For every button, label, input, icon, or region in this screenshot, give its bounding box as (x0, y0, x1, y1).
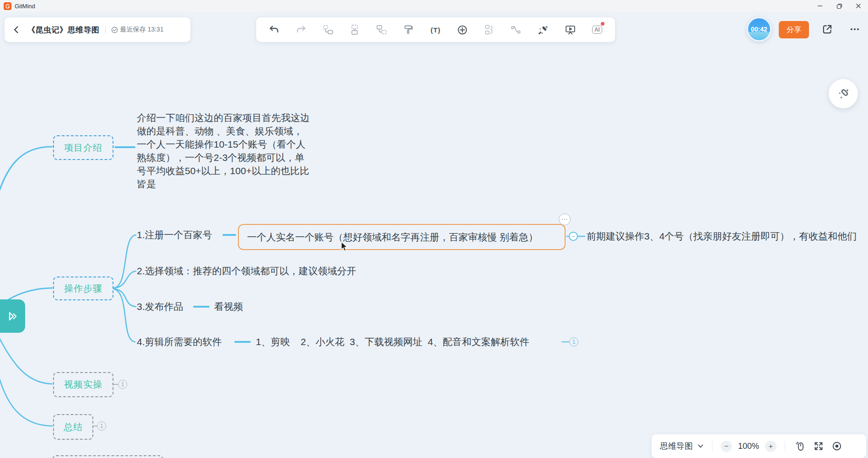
comment-dots-icon: ⋯ (561, 215, 568, 224)
mouse-mode-icon[interactable] (793, 439, 807, 453)
node-label: 项目介绍 (64, 142, 102, 154)
insert-element-icon[interactable] (456, 23, 469, 37)
presentation-icon[interactable] (563, 23, 577, 37)
focus-eye-icon[interactable] (830, 439, 844, 453)
insert-child-node-icon[interactable] (375, 23, 388, 37)
text-label-icon[interactable]: (T) (429, 23, 442, 37)
notification-dot (601, 22, 604, 26)
timer-badge[interactable]: 00:42 (747, 17, 771, 42)
redo-icon[interactable] (294, 23, 308, 37)
gitmind-logo-icon (4, 2, 11, 10)
more-options-icon[interactable] (846, 21, 863, 37)
mindmap-selected-node-account[interactable]: 一个人实名一个账号（想好领域和名字再注册，百家审核慢 别着急） (238, 224, 566, 250)
gitmind-app: { "titlebar": { "app_name": "GitMind" },… (0, 0, 868, 458)
mindmap-leaf-step2[interactable]: 2.选择领域：推荐的四个领域都可以，建议领域分开 (137, 265, 356, 277)
node-label: 操作步骤 (64, 282, 102, 295)
view-mode-selector[interactable]: 思维导图 (660, 441, 693, 452)
share-label: 分享 (787, 25, 801, 35)
mindmap-leaf-step4-children[interactable]: 1、剪映 2、小火花 3、下载视频网址 4、配音和文案解析软件 (256, 336, 529, 348)
expand-count-badge[interactable]: 1 (569, 337, 578, 346)
app-title: GitMind (15, 3, 35, 10)
undo-icon[interactable] (267, 23, 281, 37)
header-divider (105, 26, 106, 34)
mindmap-node-steps[interactable]: 操作步骤 (53, 277, 113, 300)
mindmap-node-partial-bottom[interactable] (52, 455, 163, 458)
badge-count: 1 (100, 423, 103, 429)
zoom-out-button[interactable]: − (721, 441, 732, 452)
minimize-button[interactable] (810, 0, 830, 12)
comment-indicator[interactable]: ⋯ (559, 213, 571, 225)
node-label: 总结 (64, 421, 83, 433)
root-node-collapsed-tab[interactable] (0, 299, 25, 333)
restore-button[interactable] (830, 0, 849, 12)
close-button[interactable] (849, 0, 868, 12)
mindmap-leaf-step3-child[interactable]: 看视频 (214, 300, 243, 313)
divider (712, 441, 712, 451)
insert-parent-node-icon[interactable] (348, 23, 361, 37)
view-controls-bar: 思维导图 − 100% + (652, 434, 866, 458)
selected-node-text: 一个人实名一个账号（想好领域和名字再注册，百家审核慢 别着急） (247, 231, 538, 244)
saved-check-icon (111, 27, 118, 33)
mindmap-leaf-step3[interactable]: 3.发布作品 (137, 300, 183, 313)
back-button[interactable] (12, 25, 21, 34)
share-button[interactable]: 分享 (779, 21, 809, 38)
export-icon[interactable] (819, 21, 836, 37)
double-chevron-right-icon (7, 310, 19, 322)
format-painter-icon[interactable] (402, 23, 415, 37)
main-toolbar: (T) AI (256, 17, 615, 42)
minus-icon: − (571, 233, 575, 240)
badge-count: 1 (121, 381, 124, 388)
chevron-down-icon[interactable] (697, 443, 704, 449)
mindmap-node-project-intro[interactable]: 项目介绍 (53, 135, 113, 160)
expand-count-badge[interactable]: 1 (118, 380, 127, 389)
relation-line-icon[interactable] (509, 23, 523, 37)
save-status: 最近保存 13:31 (111, 26, 164, 34)
mindmap-leaf-intro-detail[interactable]: 介绍一下咱们这边的百家项目首先我这边 做的是科普、动物 、美食、娱乐领域， 一个… (137, 111, 334, 191)
mindmap-leaf-step4[interactable]: 4.剪辑所需要的软件 (137, 336, 222, 348)
document-title[interactable]: 《昆虫记》思维导图 (27, 25, 100, 35)
zoom-in-button[interactable]: + (765, 441, 776, 452)
badge-count: 1 (572, 339, 576, 345)
collapse-node-button[interactable]: − (569, 232, 578, 241)
mindmap-leaf-step1[interactable]: 1.注册一个百家号 (137, 229, 212, 241)
mindmap-leaf-step1-grandchild[interactable]: 前期建议操作3、4个号（找亲朋好友注册即可），有收益和他们 (587, 230, 868, 243)
insert-sibling-node-icon[interactable] (321, 23, 335, 37)
mouse-cursor (340, 241, 350, 252)
zoom-level: 100% (737, 442, 760, 451)
expand-count-badge[interactable]: 1 (97, 421, 106, 431)
divider (785, 441, 785, 451)
summary-icon[interactable] (483, 23, 496, 37)
document-header-card: 《昆虫记》思维导图 最近保存 13:31 (5, 17, 190, 42)
mindmap-node-summary[interactable]: 总结 (53, 414, 93, 440)
save-status-text: 最近保存 13:31 (120, 26, 164, 34)
node-label: 视频实操 (64, 378, 102, 391)
magic-wand-icon (836, 87, 850, 101)
ai-beautify-icon[interactable] (536, 23, 550, 37)
ai-assistant-icon[interactable]: AI (590, 23, 604, 37)
window-titlebar: GitMind (0, 0, 868, 12)
fit-screen-icon[interactable] (812, 439, 825, 453)
beautify-floating-button[interactable] (829, 79, 858, 108)
timer-value: 00:42 (751, 26, 767, 33)
mindmap-node-video-practice[interactable]: 视频实操 (53, 372, 113, 397)
